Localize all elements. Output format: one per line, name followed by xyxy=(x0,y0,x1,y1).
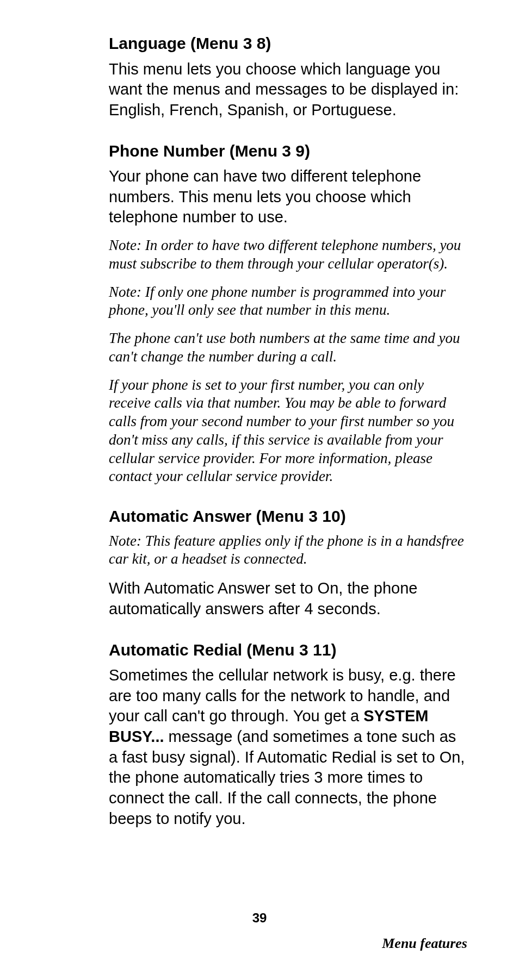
footer-text: Menu features xyxy=(382,935,467,952)
section-title: Automatic Answer (Menu 3 10) xyxy=(109,505,467,528)
section-title: Automatic Redial (Menu 3 11) xyxy=(109,639,467,661)
document-page: Language (Menu 3 8) This menu lets you c… xyxy=(0,0,519,980)
section-language: Language (Menu 3 8) This menu lets you c… xyxy=(109,33,467,121)
section-title: Language (Menu 3 8) xyxy=(109,33,467,55)
body-paragraph: With Automatic Answer set to On, the pho… xyxy=(109,578,467,619)
page-number: 39 xyxy=(0,910,519,926)
section-phone-number: Phone Number (Menu 3 9) Your phone can h… xyxy=(109,140,467,486)
note-paragraph: Note: In order to have two different tel… xyxy=(109,236,467,273)
note-paragraph: If your phone is set to your first numbe… xyxy=(109,376,467,486)
note-paragraph: The phone can't use both numbers at the … xyxy=(109,329,467,366)
body-paragraph: This menu lets you choose which language… xyxy=(109,59,467,121)
note-paragraph: Note: If only one phone number is progra… xyxy=(109,283,467,320)
section-automatic-redial: Automatic Redial (Menu 3 11) Sometimes t… xyxy=(109,639,467,829)
section-title: Phone Number (Menu 3 9) xyxy=(109,140,467,163)
section-automatic-answer: Automatic Answer (Menu 3 10) Note: This … xyxy=(109,505,467,619)
body-paragraph: Your phone can have two different teleph… xyxy=(109,166,467,228)
note-paragraph: Note: This feature applies only if the p… xyxy=(109,532,467,569)
body-paragraph: Sometimes the cellular network is busy, … xyxy=(109,665,467,829)
